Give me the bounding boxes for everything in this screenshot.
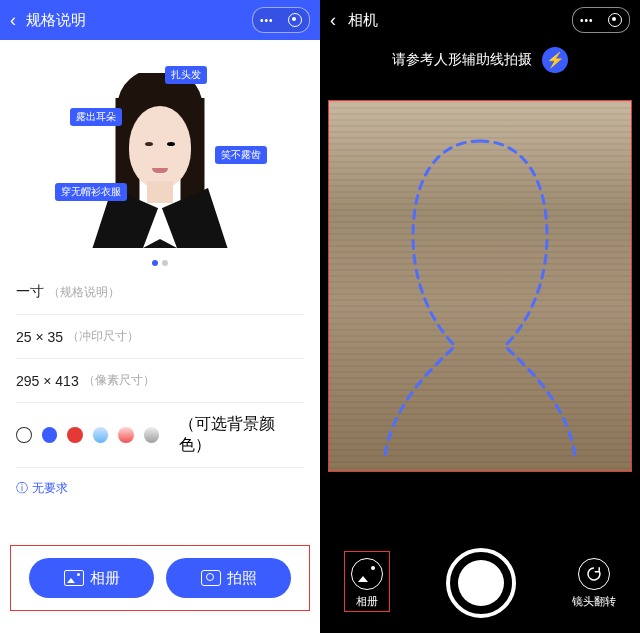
flash-button[interactable]: ⚡	[542, 47, 568, 73]
spec-name: 一寸	[16, 283, 44, 301]
camera-button-label: 拍照	[227, 569, 257, 588]
bg-color-hint: （可选背景颜色）	[179, 414, 304, 456]
silhouette-guide	[375, 131, 585, 461]
spec-header: ‹ 规格说明 •••	[0, 0, 320, 40]
camera-hint-bar: 请参考人形辅助线拍摄 ⚡	[320, 40, 640, 80]
camera-viewfinder	[328, 100, 632, 472]
background-color-row: （可选背景颜色）	[16, 403, 304, 468]
camera-icon	[201, 570, 221, 586]
action-bar: 相册 拍照	[10, 545, 310, 611]
pixel-size-hint: （像素尺寸）	[83, 372, 155, 389]
spec-name-row: 一寸 （规格说明）	[16, 270, 304, 315]
carousel-pager[interactable]	[0, 252, 320, 270]
pixel-size: 295 × 413	[16, 373, 79, 389]
camera-toolbar: 相册 镜头翻转	[320, 533, 640, 633]
miniprogram-controls-r[interactable]: •••	[572, 7, 630, 33]
gallery-icon	[64, 570, 84, 586]
bg-color-grey[interactable]	[144, 427, 160, 443]
print-size-hint: （冲印尺寸）	[67, 328, 139, 345]
more-icon[interactable]: •••	[260, 15, 274, 26]
camera-screen: ‹ 相机 ••• 请参考人形辅助线拍摄 ⚡ 相册	[320, 0, 640, 633]
tip-teeth: 笑不露齿	[215, 146, 267, 164]
flip-camera-button[interactable]: 镜头翻转	[572, 558, 616, 609]
camera-hint-text: 请参考人形辅助线拍摄	[392, 51, 532, 69]
camera-back-icon[interactable]: ‹	[330, 10, 336, 31]
tip-ears: 露出耳朵	[70, 108, 122, 126]
spec-name-hint: （规格说明）	[48, 284, 120, 301]
example-person	[85, 73, 235, 248]
example-photo-area: 扎头发 露出耳朵 笑不露齿 穿无帽衫衣服	[0, 48, 320, 248]
print-size-row: 25 × 35 （冲印尺寸）	[16, 315, 304, 359]
bg-color-lightred[interactable]	[118, 427, 134, 443]
gallery-icon-r	[351, 558, 383, 590]
bg-color-lightblue[interactable]	[93, 427, 109, 443]
camera-header: ‹ 相机 •••	[320, 0, 640, 40]
camera-title: 相机	[348, 11, 378, 30]
requirement-note[interactable]: 无要求	[16, 468, 304, 509]
camera-button[interactable]: 拍照	[166, 558, 291, 598]
spec-screen: ‹ 规格说明 ••• 扎头发 露出耳朵 笑不露齿 穿无帽衫衣服	[0, 0, 320, 633]
bg-color-white[interactable]	[16, 427, 32, 443]
pixel-size-row: 295 × 413 （像素尺寸）	[16, 359, 304, 403]
flip-label: 镜头翻转	[572, 594, 616, 609]
gallery-highlight-box: 相册	[344, 551, 390, 612]
bg-color-blue[interactable]	[42, 427, 58, 443]
tip-hair: 扎头发	[165, 66, 207, 84]
miniprogram-controls[interactable]: •••	[252, 7, 310, 33]
bg-color-red[interactable]	[67, 427, 83, 443]
gallery-button[interactable]: 相册	[29, 558, 154, 598]
requirement-note-text: 无要求	[32, 480, 68, 497]
flip-icon	[578, 558, 610, 590]
shutter-button[interactable]	[446, 548, 516, 618]
toolbar-gallery-button[interactable]: 相册	[351, 558, 383, 609]
toolbar-gallery-label: 相册	[356, 594, 378, 609]
gallery-button-label: 相册	[90, 569, 120, 588]
spec-title: 规格说明	[26, 11, 86, 30]
close-miniprogram-icon-r[interactable]	[608, 13, 622, 27]
print-size: 25 × 35	[16, 329, 63, 345]
back-icon[interactable]: ‹	[10, 10, 16, 31]
close-miniprogram-icon[interactable]	[288, 13, 302, 27]
more-icon-r[interactable]: •••	[580, 15, 594, 26]
tip-clothes: 穿无帽衫衣服	[55, 183, 127, 201]
